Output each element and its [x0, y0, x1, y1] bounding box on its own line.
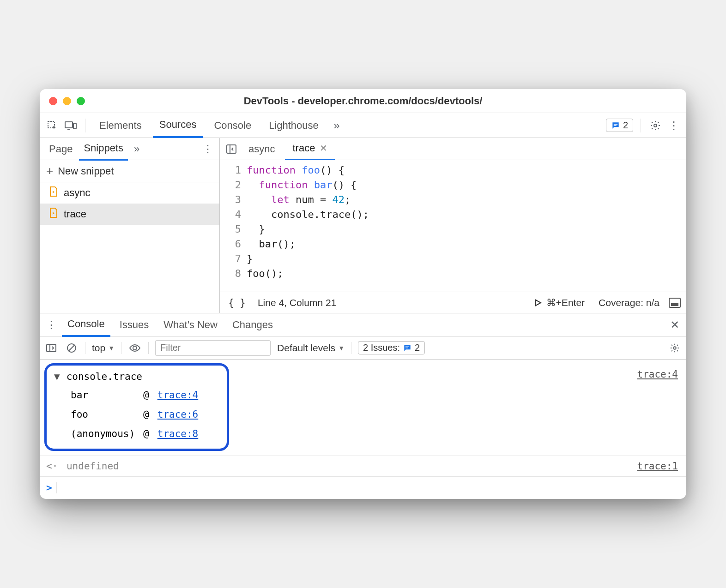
console-toolbar: top ▼ Default levels ▼ 2 Issues: 2 — [40, 336, 686, 360]
minimize-window-button[interactable] — [63, 97, 71, 105]
stack-frame: bar @ trace:4 — [67, 386, 202, 404]
inspect-icon[interactable] — [45, 119, 59, 132]
show-sidebar-icon[interactable] — [669, 298, 681, 308]
context-selector[interactable]: top ▼ — [92, 342, 115, 354]
sidebar: Page Snippets » ⋮ + New snippet async — [40, 138, 220, 313]
file-item-trace[interactable]: trace — [40, 204, 219, 225]
svg-point-15 — [673, 347, 676, 349]
close-drawer-icon[interactable]: ✕ — [668, 318, 682, 332]
drawer-tab-issues[interactable]: Issues — [114, 314, 155, 336]
frame-link[interactable]: trace:8 — [157, 428, 199, 439]
file-name: async — [64, 187, 90, 199]
tab-lighthouse[interactable]: Lighthouse — [262, 114, 325, 137]
svg-rect-2 — [73, 123, 76, 129]
clear-console-icon[interactable] — [65, 341, 79, 355]
drawer-kebab-icon[interactable]: ⋮ — [44, 318, 58, 332]
context-label: top — [92, 342, 105, 354]
settings-icon[interactable] — [648, 119, 662, 132]
trace-label: console.trace — [67, 368, 142, 385]
drawer-tab-whatsnew[interactable]: What's New — [158, 314, 223, 336]
return-value: undefined — [67, 461, 119, 472]
sidebar-kebab-icon[interactable]: ⋮ — [201, 142, 215, 156]
trace-highlight: ▼ console.trace bar @ trace:4 foo @ tr — [44, 363, 229, 451]
more-tabs-icon[interactable]: » — [330, 119, 344, 132]
editor-tab-label: trace — [292, 142, 315, 154]
plus-icon: + — [46, 164, 53, 178]
trace-header[interactable]: ▼ console.trace — [54, 368, 219, 385]
run-snippet-button[interactable]: ⌘+Enter — [534, 297, 585, 308]
toggle-navigator-icon[interactable] — [224, 142, 238, 156]
close-tab-icon[interactable]: ✕ — [320, 143, 327, 154]
stack-frame: (anonymous) @ trace:8 — [67, 425, 202, 443]
editor-tabs: async trace ✕ — [220, 138, 686, 160]
file-name: trace — [64, 208, 86, 220]
drawer-tab-console[interactable]: Console — [62, 313, 110, 337]
stack-frame: foo @ trace:6 — [67, 405, 202, 424]
main-toolbar: Elements Sources Console Lighthouse » 2 … — [40, 113, 686, 138]
frame-at: @ — [139, 425, 153, 443]
coverage-label: Coverage: n/a — [599, 297, 659, 308]
issues-badge[interactable]: 2 — [606, 119, 633, 132]
return-row: <· undefined trace:1 — [40, 456, 686, 476]
pretty-print-icon[interactable]: { } — [225, 297, 248, 308]
code-editor[interactable]: 12 34 56 78 function foo() { function ba… — [220, 160, 686, 292]
svg-rect-4 — [614, 125, 617, 126]
source-link[interactable]: trace:4 — [637, 366, 678, 383]
tab-console[interactable]: Console — [207, 114, 258, 137]
frame-link[interactable]: trace:6 — [157, 409, 199, 420]
close-window-button[interactable] — [49, 97, 57, 105]
kebab-menu-icon[interactable]: ⋮ — [667, 119, 681, 132]
issues-button[interactable]: 2 Issues: 2 — [358, 341, 425, 354]
console-output: trace:4 ▼ console.trace bar @ trace:4 fo — [40, 360, 686, 499]
play-icon — [534, 299, 542, 306]
window-title: DevTools - developer.chrome.com/docs/dev… — [40, 95, 686, 107]
filter-input[interactable] — [155, 340, 271, 356]
drawer-tab-changes[interactable]: Changes — [227, 314, 278, 336]
sources-panel: Page Snippets » ⋮ + New snippet async — [40, 138, 686, 313]
editor-tab-trace[interactable]: trace ✕ — [285, 138, 335, 160]
prompt-caret-icon: > — [46, 480, 52, 496]
source-link[interactable]: trace:1 — [637, 458, 678, 474]
console-settings-icon[interactable] — [668, 341, 682, 355]
disclosure-triangle-icon[interactable]: ▼ — [54, 368, 60, 385]
log-levels-selector[interactable]: Default levels ▼ — [277, 342, 345, 354]
device-toggle-icon[interactable] — [64, 119, 78, 132]
file-item-async[interactable]: async — [40, 182, 219, 204]
svg-rect-13 — [405, 346, 409, 347]
editor-area: async trace ✕ 12 34 56 78 function foo()… — [220, 138, 686, 313]
frame-fn: bar — [67, 386, 139, 404]
devtools-window: DevTools - developer.chrome.com/docs/dev… — [40, 89, 686, 499]
tab-sources[interactable]: Sources — [153, 113, 203, 138]
stack-trace: bar @ trace:4 foo @ trace:6 (anonymous) … — [54, 385, 219, 444]
new-snippet-button[interactable]: + New snippet — [40, 160, 219, 182]
svg-line-11 — [69, 345, 74, 351]
console-prompt[interactable]: > — [40, 476, 686, 499]
tab-elements[interactable]: Elements — [93, 114, 148, 137]
frame-at: @ — [139, 386, 153, 404]
cursor-position: Line 4, Column 21 — [258, 297, 336, 308]
titlebar: DevTools - developer.chrome.com/docs/dev… — [40, 89, 686, 113]
snippet-file-icon — [49, 186, 58, 200]
frame-fn: (anonymous) — [67, 425, 139, 443]
chevron-down-icon: ▼ — [338, 344, 345, 352]
frame-link[interactable]: trace:4 — [157, 390, 199, 401]
message-icon — [611, 121, 620, 130]
sidebar-tab-page[interactable]: Page — [44, 138, 77, 160]
frame-fn: foo — [67, 405, 139, 424]
editor-tab-async[interactable]: async — [241, 138, 282, 160]
sidebar-tab-snippets[interactable]: Snippets — [79, 138, 128, 161]
code-body[interactable]: function foo() { function bar() { let nu… — [247, 163, 686, 292]
editor-statusbar: { } Line 4, Column 21 ⌘+Enter Coverage: … — [220, 292, 686, 313]
maximize-window-button[interactable] — [77, 97, 85, 105]
sidebar-tabs: Page Snippets » ⋮ — [40, 138, 219, 160]
snippet-file-icon — [49, 207, 58, 221]
return-arrow-icon: <· — [46, 461, 58, 472]
svg-rect-1 — [65, 122, 73, 128]
issues-count: 2 — [415, 342, 420, 353]
frame-at: @ — [139, 405, 153, 424]
toggle-console-sidebar-icon[interactable] — [44, 341, 58, 355]
drawer-tabs: ⋮ Console Issues What's New Changes ✕ — [40, 313, 686, 336]
text-cursor — [56, 482, 57, 493]
live-expression-icon[interactable] — [128, 341, 142, 355]
more-sidebar-tabs-icon[interactable]: » — [130, 142, 144, 156]
